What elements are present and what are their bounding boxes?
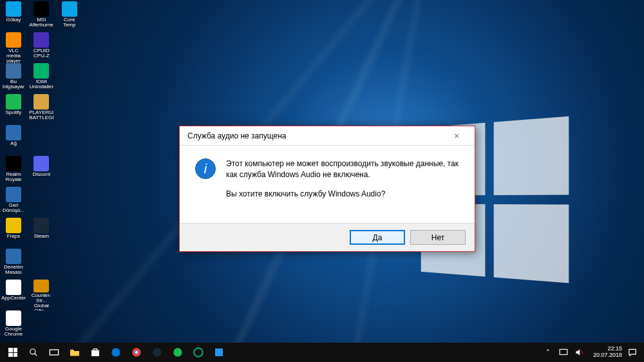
yes-button[interactable]: Да: [350, 230, 405, 245]
desktop-icon[interactable]: Discord: [29, 156, 53, 187]
app-icon: [6, 187, 21, 202]
desktop-icon[interactable]: Bu bilgisayar: [1, 63, 26, 94]
folder-icon: [69, 348, 80, 357]
search-icon: [29, 348, 38, 357]
network-icon[interactable]: [558, 347, 569, 357]
desktop-icon-label: Google Chrome: [1, 327, 26, 337]
svg-line-1: [35, 354, 37, 356]
desktop-icon-label: MSI Afterburner: [29, 17, 53, 28]
app-icon: [6, 32, 21, 48]
svg-rect-11: [215, 348, 223, 356]
taskview-button[interactable]: [44, 343, 64, 362]
app-icon: [33, 218, 49, 233]
app-button[interactable]: [209, 343, 229, 362]
desktop-icon[interactable]: Counter-Str... Global Offe...: [29, 280, 53, 310]
desktop-icon-label: Core Temp: [57, 17, 82, 28]
desktop-icon-label: IObit Uninstaller: [29, 79, 53, 90]
app-icon: [33, 280, 49, 292]
close-button[interactable]: ×: [444, 128, 469, 144]
desktop-icon-label: CPUID CPU-Z: [29, 48, 53, 59]
svg-rect-2: [50, 350, 58, 355]
desktop-icon-label: PLAYERUN... BATTLEGR...: [29, 110, 53, 120]
app-icon: [33, 63, 49, 79]
store-icon: [90, 347, 100, 357]
app-icon: [33, 156, 49, 171]
app-icon: [6, 156, 21, 171]
desktop-icon[interactable]: Core Temp: [57, 1, 82, 32]
app-icon: [6, 218, 21, 233]
desktop-icon[interactable]: Ağ: [1, 125, 26, 156]
svg-point-4: [111, 348, 120, 356]
app-icon: [6, 94, 21, 110]
app-icon: [6, 1, 21, 17]
desktop-icon[interactable]: VLC media player: [1, 32, 26, 63]
desktop-icon[interactable]: Steam: [29, 218, 53, 249]
desktop-icon[interactable]: Realm Royale: [1, 156, 26, 187]
dialog-footer: Да Нет: [180, 223, 475, 251]
svg-point-0: [30, 349, 35, 354]
taskbar-left: [3, 343, 229, 362]
app-icon: [214, 347, 224, 357]
desktop-icon[interactable]: PLAYERUN... BATTLEGR...: [29, 94, 53, 125]
chrome-icon: [131, 347, 142, 357]
dialog-message-line1: Этот компьютер не может воспроизводить з…: [226, 158, 459, 181]
svg-point-8: [153, 348, 161, 356]
system-tray: ˄ 22:15 20.07.2018: [543, 346, 641, 359]
tray-expand-button[interactable]: ˄: [543, 347, 553, 357]
chrome-button[interactable]: [126, 343, 147, 362]
desktop-icon[interactable]: Spotify: [1, 94, 26, 125]
desktop-icon-label: AppCenter: [1, 296, 26, 301]
date-text: 20.07.2018: [593, 352, 622, 359]
desktop-icon[interactable]: MSI Afterburner: [29, 1, 53, 32]
edge-icon: [111, 347, 121, 357]
spotify-button[interactable]: [167, 343, 188, 362]
svg-point-7: [135, 351, 138, 354]
taskbar: ˄ 22:15 20.07.2018: [0, 343, 644, 362]
desktop-icon[interactable]: Gökay: [1, 1, 26, 32]
app-icon: [6, 280, 21, 295]
desktop-icon-label: Fraps: [7, 234, 20, 239]
svg-point-10: [194, 348, 202, 356]
desktop-icon-label: Denetim Masası: [1, 265, 26, 275]
desktop-icon[interactable]: Google Chrome: [1, 310, 26, 341]
explorer-button[interactable]: [64, 343, 85, 362]
desktop-icon-label: VLC media player: [1, 48, 26, 64]
dialog-message-line2: Вы хотите включить службу Windows Audio?: [226, 189, 459, 200]
audio-service-dialog: Служба аудио не запущена × i Этот компью…: [179, 126, 475, 252]
desktop-icon[interactable]: Denetim Masası: [1, 249, 26, 280]
app-icon: [6, 249, 21, 264]
svg-line-13: [581, 350, 582, 355]
app-icon: [33, 1, 49, 17]
desktop: GökayVLC media playerBu bilgisayarSpotif…: [1, 1, 85, 343]
steam-button[interactable]: [147, 343, 167, 362]
desktop-icon-label: Bu bilgisayar: [1, 79, 26, 90]
desktop-icon-label: Geri Dönüşü...: [1, 203, 26, 213]
svg-rect-3: [91, 350, 99, 356]
desktop-icon-label: Counter-Str... Global Offe...: [29, 293, 53, 310]
svg-point-9: [173, 348, 182, 356]
desktop-icon[interactable]: Geri Dönüşü...: [1, 187, 26, 218]
notifications-button[interactable]: [627, 347, 638, 357]
app-icon: [6, 310, 21, 326]
desktop-icon[interactable]: CPUID CPU-Z: [29, 32, 53, 63]
edge-button[interactable]: [106, 343, 126, 362]
clock[interactable]: 22:15 20.07.2018: [593, 346, 622, 359]
iobit-button[interactable]: [188, 343, 209, 362]
app-icon: [33, 94, 49, 110]
dialog-title: Служба аудио не запущена: [187, 131, 286, 140]
no-button[interactable]: Нет: [410, 230, 466, 245]
desktop-icon[interactable]: Fraps: [1, 218, 26, 249]
svg-rect-12: [560, 349, 567, 354]
volume-icon[interactable]: [574, 347, 584, 357]
search-button[interactable]: [23, 343, 44, 362]
desktop-icon[interactable]: IObit Uninstaller: [29, 63, 53, 94]
desktop-icon-label: Spotify: [6, 110, 21, 115]
desktop-icon-label: Gökay: [6, 17, 21, 23]
desktop-icon[interactable]: AppCenter: [1, 280, 26, 310]
app-icon: [33, 32, 49, 48]
desktop-icon-label: Discord: [33, 172, 50, 177]
store-button[interactable]: [85, 343, 106, 362]
start-button[interactable]: [3, 343, 23, 362]
app-icon: [62, 1, 77, 17]
app-icon: [6, 125, 21, 140]
